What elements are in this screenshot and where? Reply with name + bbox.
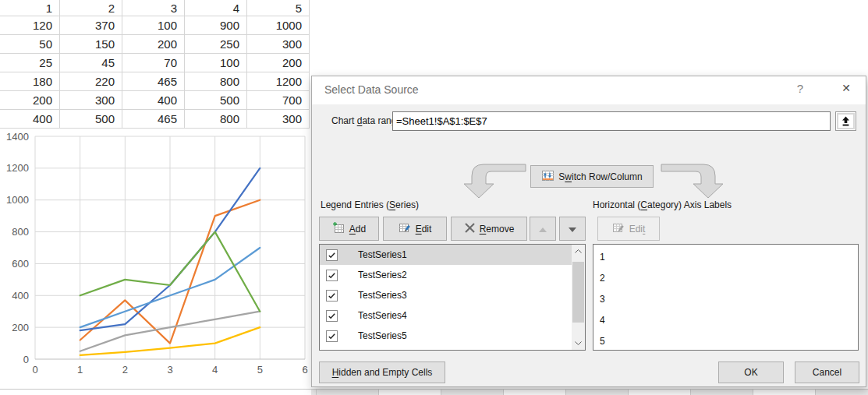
svg-text:5: 5: [257, 364, 263, 376]
axis-label-item[interactable]: 1: [593, 247, 858, 268]
legend-entry-row[interactable]: TestSeries2: [320, 265, 572, 285]
move-series-down-button[interactable]: [559, 217, 586, 241]
spreadsheet-cell[interactable]: 1: [0, 0, 60, 16]
spreadsheet-cell[interactable]: 2: [60, 0, 122, 16]
sheet-gridline-strip-right: [311, 389, 868, 395]
axis-label-item[interactable]: 2: [593, 268, 858, 289]
legend-entry-label: TestSeries4: [358, 310, 407, 321]
remove-series-label: Remove: [480, 224, 515, 235]
spreadsheet-cell[interactable]: 700: [247, 91, 310, 110]
spreadsheet-cell[interactable]: 500: [185, 91, 247, 110]
spreadsheet-cell[interactable]: 465: [122, 110, 185, 129]
spreadsheet-cell[interactable]: 70: [122, 54, 185, 72]
svg-text:2: 2: [122, 364, 128, 376]
spreadsheet-cell[interactable]: 1000: [247, 16, 310, 35]
edit-axis-labels-button: Edit: [597, 217, 660, 241]
series-checkbox[interactable]: [326, 249, 338, 261]
legend-entry-row[interactable]: TestSeries5: [320, 326, 572, 346]
svg-text:800: 800: [12, 226, 29, 238]
ok-button[interactable]: OK: [718, 361, 784, 383]
add-series-button[interactable]: Add: [319, 217, 379, 241]
axis-label-item[interactable]: 3: [593, 289, 858, 310]
embedded-line-chart[interactable]: 02004006008001000120014000123456: [0, 129, 312, 395]
legend-list-scrollbar[interactable]: [572, 245, 585, 350]
series-checkbox[interactable]: [326, 330, 338, 342]
spreadsheet-cell[interactable]: 120: [0, 16, 60, 35]
spreadsheet-cell[interactable]: 370: [60, 16, 122, 35]
spreadsheet-cell[interactable]: 5: [247, 0, 310, 16]
series-checkbox[interactable]: [326, 290, 338, 302]
spreadsheet-cell[interactable]: 200: [0, 91, 60, 110]
svg-text:1400: 1400: [6, 131, 29, 143]
move-series-up-button[interactable]: [530, 217, 556, 241]
spreadsheet-cell[interactable]: 300: [247, 110, 310, 129]
spreadsheet-cell[interactable]: 220: [60, 72, 122, 91]
spreadsheet-cell[interactable]: 100: [185, 54, 247, 72]
spreadsheet-cell[interactable]: 25: [0, 54, 60, 72]
legend-entry-label: TestSeries5: [358, 330, 407, 341]
spreadsheet-cell[interactable]: 4: [185, 0, 247, 16]
chart-data-range-input[interactable]: [392, 111, 831, 131]
edit-series-icon: [399, 221, 412, 236]
spreadsheet-cell[interactable]: 200: [122, 35, 185, 54]
spreadsheet-cell[interactable]: 800: [185, 110, 247, 129]
spreadsheet-cell[interactable]: 400: [0, 110, 60, 129]
series-checkbox[interactable]: [326, 310, 338, 322]
switch-row-column-label: Switch Row/Column: [558, 171, 642, 182]
scrollbar-down-icon[interactable]: [572, 337, 585, 350]
svg-text:200: 200: [12, 322, 29, 333]
edit-series-label: Edit: [416, 224, 432, 235]
legend-entry-label: TestSeries2: [358, 270, 407, 280]
spreadsheet-cell[interactable]: 150: [60, 35, 122, 54]
spreadsheet-grid: 1234512037010090010005015020025030025457…: [0, 0, 310, 129]
dialog-titlebar[interactable]: Select Data Source ? ✕: [312, 76, 866, 104]
legend-entry-row[interactable]: TestSeries4: [320, 305, 572, 326]
spreadsheet-cell[interactable]: 900: [185, 16, 247, 35]
hidden-and-empty-cells-button[interactable]: Hidden and Empty Cells: [319, 361, 445, 383]
spreadsheet-cell[interactable]: 300: [60, 91, 122, 110]
axis-label-item[interactable]: 4: [593, 310, 858, 331]
help-button[interactable]: ?: [792, 82, 808, 97]
spreadsheet-cell[interactable]: 200: [247, 54, 310, 72]
spreadsheet-cell[interactable]: 50: [0, 35, 60, 54]
series-checkbox[interactable]: [326, 270, 338, 281]
cancel-button[interactable]: Cancel: [795, 361, 859, 383]
edit-axis-labels-label: Edit: [629, 224, 646, 235]
scrollbar-up-icon[interactable]: [572, 245, 585, 258]
edit-series-button[interactable]: Edit: [383, 217, 447, 241]
spreadsheet-cell[interactable]: 180: [0, 72, 60, 91]
close-button[interactable]: ✕: [838, 82, 855, 97]
spreadsheet-cell[interactable]: 500: [60, 110, 122, 129]
spreadsheet-cell[interactable]: 3: [122, 0, 185, 16]
axis-label-item[interactable]: 5: [593, 331, 858, 352]
remove-series-icon: [464, 223, 476, 235]
collapse-dialog-button[interactable]: [835, 111, 856, 131]
spreadsheet-cell[interactable]: 250: [185, 35, 247, 54]
hidden-and-empty-cells-label: Hidden and Empty Cells: [332, 367, 433, 378]
add-series-label: Add: [349, 224, 366, 235]
spreadsheet-cell[interactable]: 45: [60, 54, 122, 72]
spreadsheet-cell[interactable]: 400: [122, 91, 185, 110]
legend-entry-row[interactable]: TestSeries3: [320, 285, 572, 305]
switch-arrow-left-icon: [460, 162, 526, 199]
collapse-range-icon: [841, 116, 850, 126]
dialog-title: Select Data Source: [324, 83, 419, 96]
spreadsheet-cell[interactable]: 100: [122, 16, 185, 35]
scrollbar-thumb[interactable]: [572, 262, 584, 323]
spreadsheet-cell[interactable]: 300: [247, 35, 310, 54]
svg-text:0: 0: [32, 364, 37, 376]
sheet-gridline-strip-left: [0, 389, 311, 395]
legend-entry-label: TestSeries3: [358, 290, 407, 301]
legend-entries-list: TestSeries1TestSeries2TestSeries3TestSer…: [319, 244, 586, 351]
svg-text:4: 4: [212, 364, 218, 376]
legend-entry-row[interactable]: TestSeries1: [320, 245, 572, 265]
spreadsheet-cell[interactable]: 465: [122, 72, 185, 91]
svg-text:6: 6: [302, 364, 307, 376]
remove-series-button[interactable]: Remove: [451, 217, 527, 241]
spreadsheet-cell[interactable]: 1200: [247, 72, 310, 91]
svg-text:600: 600: [12, 258, 29, 270]
up-triangle-icon: [539, 224, 547, 235]
switch-row-column-button[interactable]: Switch Row/Column: [530, 165, 654, 188]
svg-text:400: 400: [12, 290, 29, 302]
spreadsheet-cell[interactable]: 800: [185, 72, 247, 91]
